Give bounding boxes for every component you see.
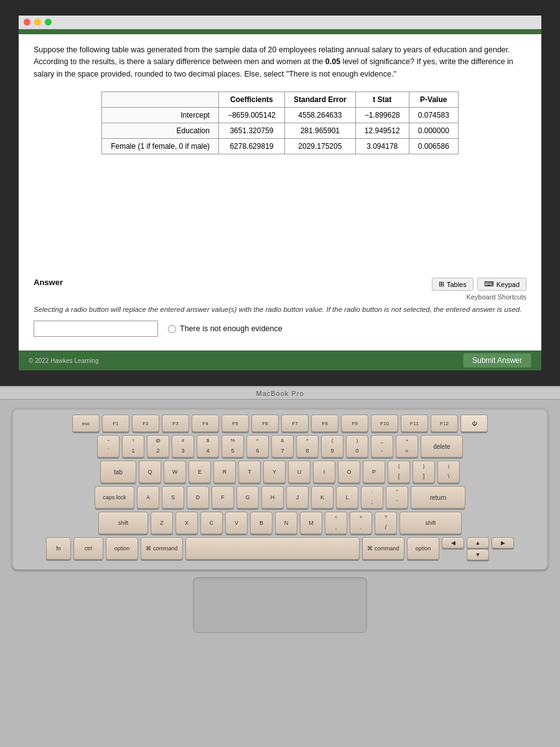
key-right-shift[interactable]: shift [399, 512, 462, 534]
key-f11[interactable]: F11 [401, 415, 428, 432]
key-f1[interactable]: F1 [102, 415, 129, 432]
key-z[interactable]: Z [151, 512, 173, 534]
row-pvalue-female: 0.006586 [409, 139, 458, 154]
fn-key-row: esc F1 F2 F3 F4 F5 F6 F7 F8 F9 F10 F11 F… [20, 415, 540, 432]
key-equals[interactable]: += [396, 435, 418, 458]
key-space[interactable] [185, 537, 360, 560]
key-f3[interactable]: F3 [162, 415, 189, 432]
key-w[interactable]: W [164, 461, 186, 483]
key-f12[interactable]: F12 [431, 415, 458, 432]
minimize-button-icon[interactable] [34, 19, 41, 26]
key-v[interactable]: V [225, 512, 248, 534]
key-i[interactable]: I [313, 461, 335, 483]
key-h[interactable]: H [261, 486, 284, 509]
key-f7[interactable]: F7 [281, 415, 309, 432]
key-semicolon[interactable]: :; [361, 486, 383, 509]
key-left-ctrl[interactable]: ctrl [73, 537, 103, 560]
key-comma[interactable]: <, [325, 512, 347, 534]
maximize-button-icon[interactable] [45, 19, 52, 26]
key-7[interactable]: &7 [271, 435, 294, 458]
key-l[interactable]: L [336, 486, 358, 509]
key-t[interactable]: T [238, 461, 261, 483]
key-o[interactable]: O [338, 461, 360, 483]
key-g[interactable]: G [236, 486, 259, 509]
key-6[interactable]: ^6 [246, 435, 269, 458]
key-0[interactable]: )0 [346, 435, 368, 458]
key-f5[interactable]: F5 [222, 415, 249, 432]
key-p[interactable]: P [363, 461, 385, 483]
row-coeff-education: 3651.320759 [218, 123, 284, 139]
answer-instructions: Selecting a radio button will replace th… [34, 306, 526, 313]
key-d[interactable]: D [187, 486, 209, 509]
key-x[interactable]: X [175, 512, 198, 534]
key-f10[interactable]: F10 [371, 415, 398, 432]
key-5[interactable]: %5 [222, 435, 244, 458]
key-fn[interactable]: fn [46, 537, 71, 560]
copyright-text: © 2022 Hawkes Learning [29, 357, 98, 364]
key-lbracket[interactable]: {[ [388, 461, 410, 483]
submit-answer-button[interactable]: Submit Answer [463, 353, 531, 368]
asdf-key-row: caps lock A S D F G H J K L :; "' return [20, 486, 540, 509]
key-9[interactable]: (9 [321, 435, 343, 458]
key-a[interactable]: A [137, 486, 159, 509]
key-tab[interactable]: tab [100, 461, 136, 483]
key-right-option[interactable]: option [407, 537, 439, 560]
key-1[interactable]: !1 [122, 435, 144, 458]
key-backslash[interactable]: |\ [437, 461, 460, 483]
key-b[interactable]: B [250, 512, 273, 534]
key-2[interactable]: @2 [147, 435, 169, 458]
regression-table-wrapper: Coefficients Standard Error t Stat P-Val… [34, 92, 526, 154]
key-arrow-left[interactable]: ◀ [442, 537, 464, 548]
key-return[interactable]: return [411, 486, 465, 509]
key-right-cmd[interactable]: ⌘ command [362, 537, 404, 560]
key-quote[interactable]: "' [386, 486, 408, 509]
key-left-cmd[interactable]: ⌘ command [141, 537, 183, 560]
key-arrow-up[interactable]: ▲ [467, 537, 489, 548]
keypad-button[interactable]: ⌨ Keypad [477, 278, 526, 291]
key-r[interactable]: R [213, 461, 236, 483]
key-k[interactable]: K [311, 486, 334, 509]
key-slash[interactable]: ?/ [375, 512, 397, 534]
key-y[interactable]: Y [263, 461, 286, 483]
key-e[interactable]: E [189, 461, 211, 483]
key-u[interactable]: U [288, 461, 310, 483]
close-button-icon[interactable] [24, 19, 30, 26]
row-label-intercept: Intercept [102, 108, 219, 123]
key-m[interactable]: M [300, 512, 322, 534]
key-caps-lock[interactable]: caps lock [95, 486, 134, 509]
key-j[interactable]: J [286, 486, 309, 509]
key-8[interactable]: *8 [296, 435, 319, 458]
key-delete[interactable]: delete [421, 435, 463, 458]
key-left-option[interactable]: option [106, 537, 138, 560]
key-f6[interactable]: F6 [251, 415, 279, 432]
key-f[interactable]: F [212, 486, 234, 509]
key-esc[interactable]: esc [72, 415, 100, 432]
key-f9[interactable]: F9 [341, 415, 368, 432]
row-coeff-female: 6278.629819 [218, 139, 284, 154]
key-rbracket[interactable]: }] [413, 461, 435, 483]
key-minus[interactable]: _- [371, 435, 393, 458]
key-f4[interactable]: F4 [192, 415, 219, 432]
key-arrow-right[interactable]: ▶ [492, 537, 514, 548]
key-left-shift[interactable]: shift [98, 512, 148, 534]
key-f2[interactable]: F2 [132, 415, 159, 432]
answer-input[interactable] [34, 321, 158, 337]
key-power[interactable]: ⏻ [460, 415, 488, 432]
radio-no-evidence[interactable]: There is not enough evidence [168, 324, 282, 333]
macbook-pro-label: MacBook Pro [256, 390, 304, 397]
key-c[interactable]: C [200, 512, 223, 534]
key-4[interactable]: $4 [197, 435, 219, 458]
key-period[interactable]: >. [350, 512, 372, 534]
key-n[interactable]: N [275, 512, 297, 534]
key-q[interactable]: Q [139, 461, 161, 483]
row-se-education: 281.965901 [285, 123, 356, 139]
trackpad[interactable] [193, 577, 367, 633]
tables-button[interactable]: ⊞ Tables [432, 278, 474, 291]
key-s[interactable]: S [162, 486, 184, 509]
radio-button-icon[interactable] [168, 325, 176, 333]
key-arrow-down[interactable]: ▼ [467, 549, 489, 560]
key-3[interactable]: #3 [172, 435, 194, 458]
key-f8[interactable]: F8 [311, 415, 338, 432]
key-backtick[interactable]: ~` [97, 435, 119, 458]
macbook-label-bar: MacBook Pro [0, 386, 560, 400]
